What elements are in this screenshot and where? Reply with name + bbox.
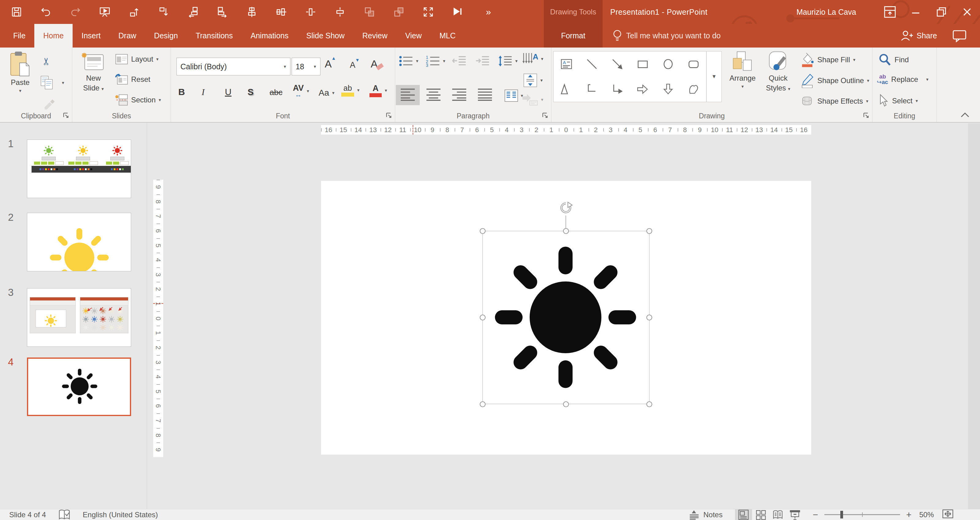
align-center-icon[interactable] <box>276 6 287 18</box>
move-up-icon[interactable] <box>129 6 140 18</box>
shape-oval[interactable] <box>655 51 681 77</box>
language-indicator[interactable]: English (United States) <box>83 510 158 519</box>
resize-handle-nw[interactable] <box>480 228 485 234</box>
line-spacing-button[interactable]: ▾ <box>498 55 518 67</box>
move-left-icon[interactable] <box>188 6 199 18</box>
shape-textbox[interactable]: A <box>554 51 579 77</box>
align-center-button[interactable] <box>422 85 445 105</box>
tab-format[interactable]: Format <box>544 24 603 48</box>
shape-right-arrow[interactable] <box>630 77 655 102</box>
zoom-out-icon[interactable]: − <box>811 510 820 520</box>
font-family-dropdown-icon[interactable]: ▾ <box>280 64 290 69</box>
view-reading-button[interactable] <box>769 509 786 520</box>
font-size-select[interactable]: 18 ▾ <box>292 57 320 75</box>
resize-handle-n[interactable] <box>563 228 569 234</box>
user-name[interactable]: Maurizio La Cava <box>797 0 856 24</box>
tab-view[interactable]: View <box>396 24 431 48</box>
vertical-scrollbar[interactable] <box>968 123 980 509</box>
tab-file[interactable]: File <box>4 24 34 48</box>
numbering-button[interactable]: 123▾ <box>426 55 445 67</box>
resize-handle-ne[interactable] <box>646 228 652 234</box>
shape-triangle[interactable] <box>554 77 579 102</box>
move-right-icon[interactable] <box>217 6 228 18</box>
font-family-select[interactable]: Calibri (Body) ▾ <box>177 57 290 75</box>
more-commands-icon[interactable]: » <box>486 7 491 17</box>
font-size-dropdown-icon[interactable]: ▾ <box>310 64 320 69</box>
new-slide-dropdown-icon[interactable]: ▾ <box>102 86 104 91</box>
restore-icon[interactable] <box>929 0 954 24</box>
horizontal-ruler[interactable]: 1615141312111098765432101234567891011121… <box>321 125 811 135</box>
increase-font-size-button[interactable]: A▲ <box>325 58 332 70</box>
text-shadow-button[interactable]: S <box>248 87 270 97</box>
character-spacing-button[interactable]: AV↔▾ <box>293 84 309 98</box>
fit-slide-to-window-icon[interactable] <box>942 508 953 520</box>
tell-me-box[interactable]: Tell me what you want to do <box>612 24 721 48</box>
replace-button[interactable]: ab↪ac Replace▾ <box>877 74 929 85</box>
shape-rounded-rectangle[interactable] <box>681 51 706 77</box>
minimize-icon[interactable] <box>903 0 929 24</box>
view-normal-button[interactable] <box>735 509 752 520</box>
find-button[interactable]: Find <box>878 53 909 67</box>
layout-button[interactable]: Layout▾ <box>115 54 159 65</box>
arrange-button[interactable]: Arrange▾ <box>727 51 759 89</box>
resize-handle-sw[interactable] <box>480 401 485 407</box>
reset-button[interactable]: Reset <box>115 74 150 85</box>
slide-thumbnail-1[interactable] <box>27 139 131 198</box>
italic-button[interactable]: I <box>202 87 225 97</box>
text-direction-button[interactable]: A▾ <box>522 52 544 66</box>
fit-to-window-icon[interactable] <box>423 6 434 18</box>
copy-button[interactable]: ▾ <box>40 76 64 90</box>
resize-handle-w[interactable] <box>480 314 485 321</box>
distribute-horizontal-icon[interactable] <box>305 6 316 18</box>
shape-rectangle[interactable] <box>630 51 655 77</box>
share-button[interactable]: Share <box>900 24 937 48</box>
cut-button[interactable]: ✂ <box>42 56 51 67</box>
section-button[interactable]: Section▾ <box>115 94 161 106</box>
distribute-vertical-icon[interactable] <box>334 6 345 18</box>
highlight-color-button[interactable]: ab▾ <box>341 84 360 97</box>
zoom-slider[interactable] <box>824 509 900 520</box>
zoom-slider-thumb[interactable] <box>840 511 843 518</box>
shape-elbow-arrow[interactable] <box>605 77 630 102</box>
tab-slide-show[interactable]: Slide Show <box>298 24 353 48</box>
tab-transitions[interactable]: Transitions <box>187 24 242 48</box>
font-dialog-launcher-icon[interactable] <box>386 112 392 120</box>
sun-shape[interactable] <box>492 244 639 391</box>
tab-insert[interactable]: Insert <box>73 24 110 48</box>
slide-canvas[interactable] <box>321 181 811 455</box>
move-down-icon[interactable] <box>158 6 169 18</box>
tab-draw[interactable]: Draw <box>110 24 145 48</box>
shape-down-arrow[interactable] <box>655 77 681 102</box>
quick-styles-button[interactable]: Quick Styles ▾ <box>762 51 794 92</box>
change-case-button[interactable]: Aa▾ <box>318 88 334 98</box>
copy-dropdown-icon[interactable]: ▾ <box>62 80 64 86</box>
clipboard-dialog-launcher-icon[interactable] <box>63 112 69 120</box>
rotation-handle-icon[interactable] <box>559 202 573 215</box>
paragraph-dialog-launcher-icon[interactable] <box>542 112 548 120</box>
shape-elbow[interactable] <box>579 77 605 102</box>
zoom-level[interactable]: 50% <box>913 510 940 519</box>
align-left-button[interactable] <box>396 85 420 105</box>
collapse-ribbon-icon[interactable] <box>960 112 970 119</box>
notes-button[interactable]: Notes <box>689 510 723 520</box>
bullets-button[interactable]: ▾ <box>399 55 418 67</box>
shape-freeform[interactable] <box>681 77 706 102</box>
decrease-font-size-button[interactable]: A▼ <box>350 61 355 70</box>
columns-button[interactable]: ▾ <box>501 86 526 105</box>
paste-dropdown-icon[interactable]: ▾ <box>19 88 21 94</box>
strikethrough-button[interactable]: abc <box>270 88 293 97</box>
resize-handle-s[interactable] <box>563 401 569 407</box>
start-from-beginning-icon[interactable] <box>99 6 110 18</box>
undo-icon[interactable] <box>40 6 51 18</box>
end-on-black-icon[interactable] <box>452 6 463 18</box>
shape-arrow[interactable] <box>605 51 630 77</box>
tab-design[interactable]: Design <box>145 24 187 48</box>
paste-button[interactable]: Paste ▾ <box>5 51 35 94</box>
new-slide-button[interactable]: New Slide ▾ <box>76 51 110 92</box>
tab-animations[interactable]: Animations <box>242 24 298 48</box>
shape-outline-button[interactable]: Shape Outline▾ <box>800 73 869 88</box>
slide-thumbnail-4-active[interactable] <box>27 357 131 416</box>
font-color-button[interactable]: A▾ <box>369 84 387 97</box>
view-slide-sorter-button[interactable] <box>752 509 769 520</box>
justify-button[interactable] <box>473 85 497 105</box>
